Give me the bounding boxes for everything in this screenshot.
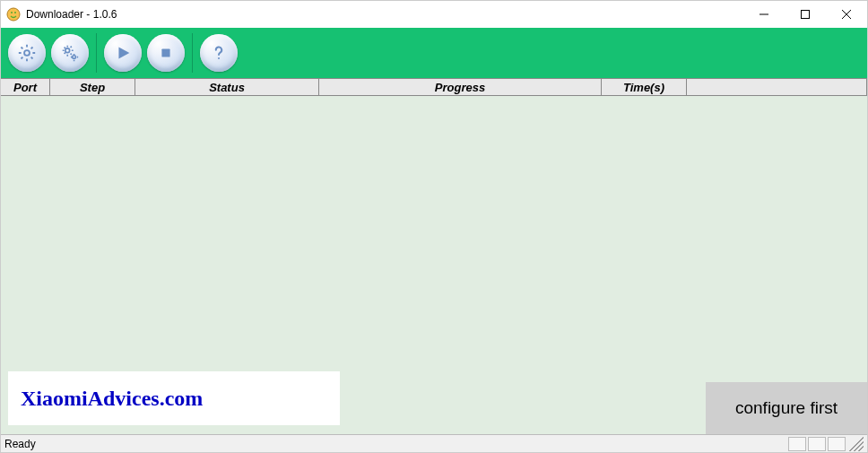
resize-grip-icon[interactable] xyxy=(849,437,864,451)
svg-point-2 xyxy=(14,12,16,13)
gear-icon xyxy=(17,43,37,63)
toolbar-separator xyxy=(96,33,97,73)
close-button[interactable] xyxy=(826,1,867,28)
settings-button[interactable] xyxy=(8,34,46,72)
app-window: Downloader - 1.0.6 xyxy=(0,0,868,453)
column-header-port[interactable]: Port xyxy=(1,79,50,95)
window-title: Downloader - 1.0.6 xyxy=(26,8,743,21)
status-pane xyxy=(788,437,806,451)
status-pane xyxy=(828,437,846,451)
column-header-extra[interactable] xyxy=(687,79,867,95)
settings2-button[interactable] xyxy=(51,34,89,72)
question-icon xyxy=(209,43,229,63)
stop-button[interactable] xyxy=(147,34,185,72)
window-controls xyxy=(743,1,867,28)
help-button[interactable] xyxy=(200,34,238,72)
watermark: XiaomiAdvices.com xyxy=(8,371,340,425)
column-header-time[interactable]: Time(s) xyxy=(602,79,687,95)
watermark-text: XiaomiAdvices.com xyxy=(21,387,203,411)
toolbar-separator xyxy=(192,33,193,73)
status-pane xyxy=(808,437,826,451)
table-header: Port Step Status Progress Time(s) xyxy=(1,78,867,96)
status-text: Ready xyxy=(4,438,788,450)
content-area: XiaomiAdvices.com configure first xyxy=(1,96,867,434)
column-header-progress[interactable]: Progress xyxy=(319,79,602,95)
svg-rect-11 xyxy=(161,48,169,57)
svg-rect-4 xyxy=(802,11,810,19)
toolbar xyxy=(1,28,867,78)
configure-first-label: configure first xyxy=(735,398,838,418)
play-icon xyxy=(113,43,133,63)
maximize-button[interactable] xyxy=(785,1,826,28)
app-icon xyxy=(6,7,21,22)
svg-point-12 xyxy=(218,57,220,59)
svg-point-7 xyxy=(24,50,30,56)
stop-icon xyxy=(156,43,176,63)
configure-first-button[interactable]: configure first xyxy=(706,382,867,434)
svg-point-0 xyxy=(7,8,20,21)
status-panes xyxy=(788,435,846,452)
statusbar: Ready xyxy=(1,434,867,452)
double-gear-icon xyxy=(60,43,80,63)
minimize-button[interactable] xyxy=(743,1,785,28)
svg-point-1 xyxy=(11,12,13,13)
svg-marker-10 xyxy=(118,48,129,59)
column-header-status[interactable]: Status xyxy=(135,79,319,95)
svg-point-8 xyxy=(65,48,70,53)
titlebar: Downloader - 1.0.6 xyxy=(1,1,867,28)
play-button[interactable] xyxy=(104,34,142,72)
svg-point-9 xyxy=(73,56,76,59)
column-header-step[interactable]: Step xyxy=(50,79,135,95)
